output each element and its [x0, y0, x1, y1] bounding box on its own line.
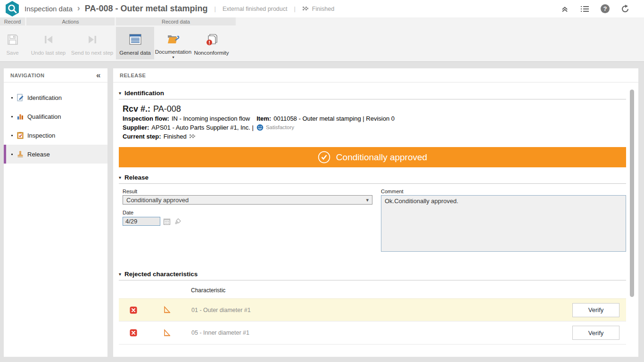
- smiley-satisfactory-icon: [256, 124, 264, 131]
- inspection-flow-line: Inspection flow: IN - Incoming inspectio…: [123, 114, 626, 123]
- sidebar-item-qualification[interactable]: Qualification: [4, 107, 107, 126]
- divider: |: [214, 5, 215, 12]
- rcv-value: PA-008: [153, 104, 181, 114]
- skip-forward-icon: [86, 29, 99, 50]
- nonconformity-button[interactable]: Nonconformity: [192, 27, 231, 59]
- chevron-down-icon: ▾: [366, 197, 369, 203]
- rejected-section-header[interactable]: ▾ Rejected characteristics: [119, 271, 626, 278]
- help-icon[interactable]: ?: [601, 4, 610, 13]
- table-row[interactable]: 05 - Inner diameter #1 Verify: [119, 321, 626, 345]
- send-to-next-step-label: Send to next step: [71, 50, 114, 56]
- skip-back-icon: [42, 29, 55, 50]
- calendar-icon[interactable]: [163, 217, 171, 226]
- ribbon-toolbar: Record Save Actions Undo last step: [0, 17, 644, 62]
- document-edit-icon: [16, 94, 24, 101]
- check-circle-icon: [318, 151, 330, 164]
- content-header: RELEASE: [113, 68, 638, 82]
- documentation-dropdown-icon[interactable]: ▾: [172, 56, 174, 59]
- clear-date-icon[interactable]: [173, 217, 182, 226]
- content-panel: RELEASE ▾ Identification Rcv #.:PA-008 I…: [113, 68, 638, 357]
- supplier-value: APS01 - Auto Parts Supplier #1, Inc. |: [151, 123, 254, 132]
- bullet: [11, 116, 13, 117]
- breadcrumb: Inspection data › PA-008 - Outer metal s…: [25, 4, 334, 14]
- characteristic-name: 01 - Outer diameter #1: [191, 307, 251, 313]
- release-section-header[interactable]: ▾ Release: [119, 174, 626, 181]
- variable-characteristic-icon: [148, 329, 185, 337]
- nonconformity-label: Nonconformity: [194, 50, 229, 56]
- checkered-flag-icon: [189, 133, 196, 140]
- current-step-label: Current step:: [123, 132, 161, 141]
- table-row[interactable]: 01 - Outer diameter #1 Verify: [119, 298, 626, 321]
- documentation-button[interactable]: Documentation ▾: [154, 27, 192, 59]
- inspection-flow-label: Inspection flow:: [123, 114, 169, 123]
- bullet: [11, 154, 13, 155]
- general-data-label: General data: [119, 50, 151, 56]
- comment-textarea[interactable]: Ok.Conditionally approved.: [381, 195, 626, 252]
- inspection-flow-value: IN - Incoming inspection flow: [172, 114, 250, 123]
- sidebar-item-label: Release: [27, 151, 50, 158]
- sidebar-item-release[interactable]: Release: [4, 145, 107, 164]
- undo-last-step-button[interactable]: Undo last step: [26, 27, 70, 59]
- supplier-rating: Satisfactory: [256, 123, 294, 132]
- verify-button[interactable]: Verify: [572, 303, 619, 317]
- record-status: Finished: [302, 6, 334, 12]
- collapse-section-icon[interactable]: ▾: [119, 175, 121, 180]
- send-to-next-step-button[interactable]: Send to next step: [70, 27, 114, 59]
- characteristic-name: 05 - Inner diameter #1: [191, 329, 249, 336]
- documentation-label: Documentation: [155, 49, 191, 55]
- collapse-navigation-icon[interactable]: «: [96, 71, 101, 80]
- item-value: 0011058 - Outer metal stamping | Revisio…: [273, 114, 395, 123]
- ribbon-group-actions-label: Actions: [26, 17, 115, 25]
- ribbon-group-record-data: Record data General data Documentation ▾: [116, 17, 236, 61]
- divider: [119, 280, 626, 280]
- verify-button[interactable]: Verify: [572, 326, 619, 340]
- result-select[interactable]: Conditionally approved ▾: [123, 195, 372, 205]
- undo-last-step-label: Undo last step: [31, 50, 66, 56]
- clipboard-check-icon: [16, 132, 24, 139]
- banner-text: Conditionally approved: [336, 152, 427, 163]
- sidebar-item-identification[interactable]: Identification: [4, 88, 107, 107]
- navigation-header: NAVIGATION «: [4, 68, 107, 82]
- ribbon-group-actions: Actions Undo last step Send to next step: [26, 17, 115, 61]
- ribbon-group-record: Record Save: [0, 17, 25, 61]
- bullet: [11, 97, 13, 99]
- column-header-characteristic: Characteristic: [191, 287, 626, 294]
- form-window-icon: [129, 29, 142, 50]
- current-step-line: Current step: Finished: [123, 132, 626, 141]
- breadcrumb-chevron-icon: ›: [77, 3, 80, 13]
- save-button[interactable]: Save: [0, 27, 25, 59]
- identification-section-header[interactable]: ▾ Identification: [119, 90, 626, 97]
- vertical-scrollbar[interactable]: [630, 90, 634, 297]
- section-title: Identification: [124, 90, 164, 97]
- app-logo-icon[interactable]: [4, 0, 20, 19]
- rejected-status-icon: [119, 329, 148, 337]
- refresh-icon[interactable]: [621, 5, 630, 13]
- collapse-section-icon[interactable]: ▾: [119, 90, 121, 96]
- page-title: RELEASE: [120, 73, 146, 78]
- rcv-label: Rcv #.:: [123, 104, 150, 114]
- breadcrumb-module[interactable]: Inspection data: [25, 5, 73, 13]
- current-step-value: Finished: [164, 132, 187, 141]
- folder-paperclip-icon: [166, 29, 181, 49]
- rejected-status-icon: [119, 306, 148, 314]
- section-title: Release: [124, 174, 149, 181]
- sidebar-item-label: Identification: [27, 94, 62, 101]
- comment-field-label: Comment: [381, 189, 626, 194]
- list-view-icon[interactable]: [580, 5, 589, 13]
- save-label: Save: [6, 50, 18, 56]
- ribbon-group-record-data-label: Record data: [116, 17, 236, 25]
- variable-characteristic-icon: [148, 306, 185, 314]
- supplier-line: Supplier: APS01 - Auto Parts Supplier #1…: [123, 123, 626, 132]
- date-input[interactable]: [123, 217, 160, 226]
- result-banner: Conditionally approved: [119, 147, 626, 167]
- general-data-button[interactable]: General data: [116, 27, 154, 59]
- sidebar-item-inspection[interactable]: Inspection: [4, 126, 107, 145]
- item-label: Item:: [256, 114, 271, 123]
- navigation-panel: NAVIGATION « Identification Qualificatio…: [4, 68, 107, 357]
- top-bar: Inspection data › PA-008 - Outer metal s…: [0, 0, 644, 17]
- collapse-ribbon-icon[interactable]: [561, 5, 569, 13]
- save-icon: [7, 29, 19, 50]
- collapse-section-icon[interactable]: ▾: [119, 272, 121, 277]
- record-title: PA-008 - Outer metal stamping: [85, 4, 208, 14]
- nonconformity-pages-icon: [205, 29, 218, 50]
